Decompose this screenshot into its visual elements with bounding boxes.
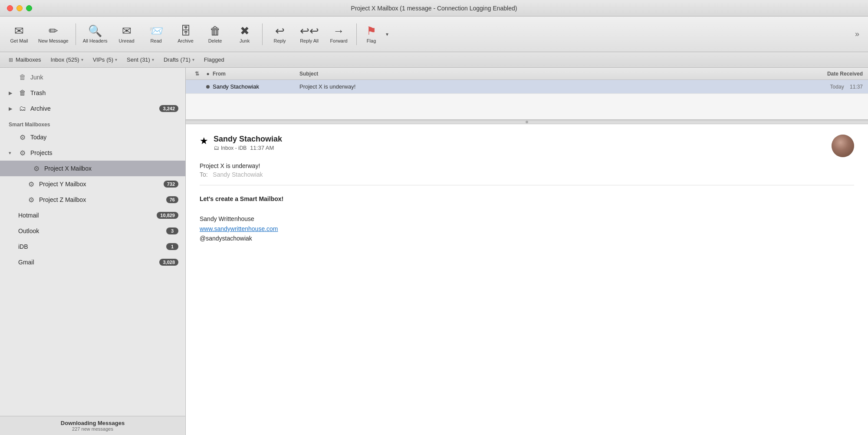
drafts-count: (71) (181, 56, 191, 63)
sidebar-item-gmail[interactable]: Gmail 3,028 (0, 254, 185, 270)
gmail-badge: 3,028 (159, 259, 178, 266)
sig-handle: @sandystachowiak (200, 234, 854, 243)
message-row[interactable]: Sandy Stachowiak Project X is underway! … (186, 80, 868, 94)
get-mail-button[interactable]: ✉ Get Mail (5, 20, 33, 49)
mailboxes-label: Mailboxes (16, 56, 41, 63)
hotmail-badge: 10,829 (157, 212, 178, 219)
sent-label: Sent (127, 56, 138, 63)
close-button[interactable] (7, 5, 13, 11)
sidebar-item-outlook[interactable]: Outlook 3 (0, 223, 185, 239)
all-headers-button[interactable]: 🔍 All Headers (79, 20, 111, 49)
archive-label: Archive (30, 105, 156, 112)
reply-icon: ↩ (275, 25, 285, 36)
project-z-badge: 76 (166, 196, 178, 203)
junk-label: Junk (240, 38, 250, 43)
outlook-badge: 3 (166, 227, 178, 234)
title-bar: Project X Mailbox (1 message - Connectio… (0, 0, 868, 16)
idb-badge: 1 (166, 243, 178, 250)
sent-chevron: ▾ (152, 57, 154, 62)
toolbar: ✉ Get Mail ✏ New Message 🔍 All Headers ✉… (0, 16, 868, 52)
project-z-icon: ⚙ (27, 196, 36, 204)
message-date: Today 11:37 (793, 84, 863, 90)
idb-label: iDB (18, 243, 163, 250)
new-message-button[interactable]: ✏ New Message (35, 20, 72, 49)
sidebar-item-trash[interactable]: ▶ 🗑 Trash (0, 85, 185, 101)
nav-vips[interactable]: VIPs (5) ▾ (89, 55, 122, 65)
resize-handle[interactable] (186, 120, 868, 124)
to-value: Sandy Stachowiak (213, 171, 263, 178)
sidebar-item-idb[interactable]: iDB 1 (0, 239, 185, 254)
maximize-button[interactable] (26, 5, 32, 11)
sort-column-header[interactable]: ⇅ (191, 71, 203, 77)
project-y-badge: 732 (164, 181, 178, 188)
vips-chevron: ▾ (115, 57, 117, 62)
toolbar-sep-3 (356, 23, 357, 45)
delete-button[interactable]: 🗑 Delete (201, 20, 229, 49)
archive-folder-icon: 🗂 (18, 105, 27, 112)
to-label: To: (200, 171, 208, 178)
sidebar-item-today[interactable]: ⚙ Today (0, 129, 185, 145)
drafts-chevron: ▾ (192, 57, 194, 62)
flag-button[interactable]: ⚑ Flag (360, 20, 383, 49)
reply-button[interactable]: ↩ Reply (266, 20, 294, 49)
message-meta: Sandy Stachowiak 🗂 Inbox - iDB 11:37 AM (214, 135, 826, 151)
date-column-header[interactable]: Date Received (793, 71, 863, 77)
flag-dropdown-button[interactable]: ▾ (383, 20, 391, 49)
sidebar-content: 🗑 Junk ▶ 🗑 Trash ▶ 🗂 Archive 3,242 Smart… (0, 68, 185, 416)
get-mail-label: Get Mail (10, 38, 28, 43)
forward-button[interactable]: → Forward (325, 20, 353, 49)
star-icon[interactable]: ★ (200, 135, 208, 147)
from-column-header[interactable]: From (213, 71, 299, 77)
sidebar-item-archive[interactable]: ▶ 🗂 Archive 3,242 (0, 101, 185, 116)
message-viewer: ★ Sandy Stachowiak 🗂 Inbox - iDB 11:37 A… (186, 124, 868, 435)
sidebar-item-project-y[interactable]: ⚙ Project Y Mailbox 732 (0, 176, 185, 192)
project-z-label: Project Z Mailbox (39, 196, 163, 203)
nav-inbox[interactable]: Inbox (525) ▾ (46, 55, 88, 65)
nav-flagged[interactable]: Flagged (200, 55, 229, 65)
traffic-lights (7, 5, 32, 11)
forward-label: Forward (330, 38, 347, 43)
archive-button[interactable]: 🗄 Archive (172, 20, 200, 49)
toolbar-overflow-button[interactable]: » (852, 30, 863, 39)
nav-mailboxes[interactable]: ⊞ Mailboxes (4, 55, 46, 65)
projects-label: Projects (30, 149, 178, 156)
inbox-badge: 🗂 Inbox - iDB (214, 145, 247, 151)
message-dot-cell (203, 85, 213, 89)
time-stamp: 11:37 AM (250, 145, 274, 151)
message-header: ★ Sandy Stachowiak 🗂 Inbox - iDB 11:37 A… (200, 135, 854, 157)
sidebar-item-junk[interactable]: 🗑 Junk (0, 69, 185, 85)
project-x-label: Project X Mailbox (44, 165, 178, 172)
junk-label: Junk (30, 74, 178, 81)
read-icon: 📨 (149, 25, 163, 36)
nav-sent[interactable]: Sent (31) ▾ (122, 55, 158, 65)
dot-column-header: ● (203, 71, 213, 77)
trash-label: Trash (30, 89, 178, 96)
smart-mailboxes-header: Smart Mailboxes (0, 116, 185, 129)
project-y-icon: ⚙ (27, 180, 36, 188)
nav-drafts[interactable]: Drafts (71) ▾ (159, 55, 199, 65)
sidebar-item-project-x[interactable]: ⚙ Project X Mailbox (0, 161, 185, 176)
sidebar-item-hotmail[interactable]: Hotmail 10,829 (0, 208, 185, 223)
main-area: 🗑 Junk ▶ 🗑 Trash ▶ 🗂 Archive 3,242 Smart… (0, 68, 868, 435)
inbox-label: Inbox (51, 56, 65, 63)
right-panel: ⇅ ● From Subject Date Received Sandy Sta… (186, 68, 868, 435)
minimize-button[interactable] (16, 5, 23, 11)
archive-label: Archive (178, 38, 194, 43)
sig-name: Sandy Writtenhouse (200, 214, 854, 224)
read-button[interactable]: 📨 Read (142, 20, 170, 49)
flag-icon: ⚑ (366, 25, 376, 36)
sidebar-item-projects[interactable]: ▾ ⚙ Projects (0, 145, 185, 161)
unread-button[interactable]: ✉ Unread (113, 20, 141, 49)
body-bold-text: Let's create a Smart Mailbox! (200, 194, 854, 204)
email-subject: Project X is underway! (200, 162, 854, 169)
sig-link[interactable]: www.sandywrittenhouse.com (200, 225, 278, 232)
sidebar-item-project-z[interactable]: ⚙ Project Z Mailbox 76 (0, 192, 185, 208)
junk-button[interactable]: ✖ Junk (231, 20, 259, 49)
nav-bar: ⊞ Mailboxes Inbox (525) ▾ VIPs (5) ▾ Sen… (0, 52, 868, 68)
reply-all-button[interactable]: ↩↩ Reply All (296, 20, 323, 49)
junk-icon: ✖ (240, 25, 250, 36)
outlook-label: Outlook (18, 227, 163, 234)
subject-column-header[interactable]: Subject (299, 71, 793, 77)
vips-count: (5) (106, 56, 113, 63)
flag-button-group: ⚑ Flag ▾ (360, 20, 391, 49)
